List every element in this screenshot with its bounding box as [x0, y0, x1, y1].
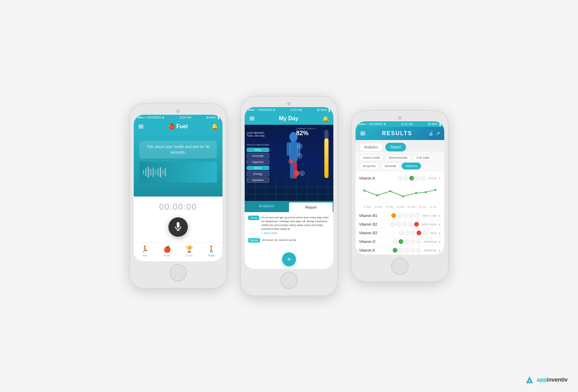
tag-vitamins[interactable]: Vitamins — [402, 163, 421, 169]
core-icon: 🏆 — [185, 245, 193, 253]
main-scene: ●●●○○ ROGERS ⊕ 9:23 AM ⊞ 66% ▐ 🍎 Fuel 🔔 … — [102, 82, 476, 310]
vitamin-d-name: Vitamin D — [359, 239, 375, 244]
date-5: 31 May — [408, 206, 416, 208]
nav-item-core[interactable]: 🏆 Core — [178, 245, 200, 257]
phone-3-home-button[interactable] — [391, 258, 409, 275]
phone-1-white-section: 00:00:00 — [134, 197, 222, 242]
date-4: 30 May — [396, 206, 404, 208]
mic-button[interactable] — [168, 217, 188, 237]
vdot-5 — [421, 176, 426, 181]
last-report-label: LAST REPORT: — [247, 132, 265, 134]
phone-1-bottom-nav: 🏃 Me 🍎 Fuel 🏆 Core 🚶 Train — [134, 242, 222, 261]
phone-1-header-title: 🍎 Fuel — [168, 123, 188, 130]
phone-1-notification-icon[interactable]: 🔔 — [211, 123, 218, 130]
indicator-sleep[interactable]: Sleep — [247, 148, 269, 152]
tag-amino-acids[interactable]: Amino Acids — [359, 154, 384, 161]
svg-point-20 — [364, 190, 366, 192]
stress-report-text: All Good. No need to worry! — [262, 238, 296, 243]
phone-1-battery: ⊞ 66% ▐ — [206, 116, 219, 119]
nav-item-me[interactable]: 🏃 Me — [134, 245, 156, 257]
vdot-b2b-1 — [399, 230, 404, 235]
svg-rect-4 — [289, 141, 298, 162]
vitamin-d-dots — [393, 239, 421, 244]
results-menu-icon[interactable] — [360, 131, 366, 136]
vitamin-b2b-dots — [399, 230, 427, 235]
phone-1-top-bezel — [134, 108, 222, 115]
date-1: 27 May — [363, 206, 371, 208]
svg-point-24 — [415, 192, 417, 194]
svg-point-25 — [425, 191, 427, 193]
stress-badge: Stress — [248, 238, 260, 243]
vitamin-b2a-name: Vitamin B2 — [359, 222, 377, 226]
nav-label-train: Train — [208, 254, 215, 257]
results-title: RESULTS — [382, 130, 412, 137]
nav-item-train[interactable]: 🚶 Train — [200, 245, 222, 257]
results-analytics-tab[interactable]: Analytics — [359, 143, 383, 151]
svg-rect-7 — [290, 162, 294, 179]
sleep-badge: Sleep — [248, 216, 259, 220]
vdot-k-3 — [404, 248, 409, 253]
tag-minerals[interactable]: Minerals — [381, 163, 400, 169]
vitality-bar-track — [324, 130, 329, 178]
indicator-stress[interactable]: Stress — [247, 166, 269, 170]
date-7: 02 Jun — [429, 206, 437, 208]
tag-enzymes[interactable]: Enzymes — [359, 163, 379, 169]
vdot-b2a-5 — [414, 222, 419, 227]
phone-1-app-header: 🍎 Fuel 🔔 — [134, 120, 222, 132]
vdot-d-3 — [404, 239, 409, 244]
brand-name-text: appappinventivinventiv — [537, 377, 568, 383]
vitamin-b2b-status: HIGH — [430, 232, 437, 235]
vitamin-b2a-status: VERY HIGH — [421, 223, 437, 226]
vitamin-d-status: AVERAGE — [423, 240, 437, 243]
tag-cell-salts[interactable]: Cell Salts — [413, 154, 434, 161]
indicator-digestion[interactable]: Digestion — [247, 159, 269, 165]
analytics-tab[interactable]: Analytics — [245, 201, 288, 212]
vdot-3 — [409, 176, 414, 181]
svg-text:+: + — [301, 172, 303, 175]
phone-1-menu-icon[interactable] — [138, 124, 144, 129]
read-more-link[interactable]: + Read More — [261, 232, 330, 235]
svg-rect-0 — [177, 222, 179, 228]
vitamin-b2a-row[interactable]: Vitamin B2 VERY HIGH ∨ — [356, 220, 444, 229]
phone-3-screen: ●●●○○ ROGERS ⊕ 9:23 AM ⊞ 66% ▐ RESULTS 🖨… — [356, 121, 444, 255]
vitamin-a-section: Vitamin A GOOD ∧ — [356, 172, 444, 211]
report-item-stress: Stress All Good. No need to worry! — [248, 238, 330, 243]
indicators-title: VITALITY INDICATORS — [247, 144, 269, 146]
vdot-k-4 — [410, 248, 415, 253]
share-icon[interactable]: ↗ — [436, 131, 440, 136]
vitamin-a-row[interactable]: Vitamin A GOOD ∧ — [359, 174, 441, 182]
vdot-b2b-2 — [405, 230, 410, 235]
vdot-d-5 — [416, 239, 421, 244]
vitamin-b2b-row[interactable]: Vitamin B2 HIGH ∨ — [356, 229, 444, 237]
body-scan: LAST REPORT: Tues. 2nd July CURRENT VITA… — [245, 125, 333, 201]
category-tags: Amino Acids Biochemicals Cell Salts Enzy… — [356, 151, 444, 172]
fab-add-button[interactable]: + — [282, 252, 296, 266]
phone-2: ●●●○○ ROGERS ⊕ 9:23 AM ⊞ 66% ▐ My Day 🔔 … — [240, 96, 338, 296]
phone-2-home-button[interactable] — [280, 272, 298, 289]
indicator-energy[interactable]: Energy — [247, 171, 269, 176]
report-tab[interactable]: Report — [289, 202, 333, 212]
nav-item-fuel[interactable]: 🍎 Fuel — [156, 245, 178, 257]
phone-1-home-button[interactable] — [169, 264, 187, 281]
results-report-tab[interactable]: Report — [385, 143, 406, 151]
phone-2-menu-icon[interactable] — [249, 116, 255, 121]
phone-2-carrier: ●●●○○ ROGERS ⊕ — [248, 108, 275, 112]
vdot-b1-3 — [403, 213, 408, 218]
phone-3-carrier: ●●●○○ ROGERS ⊕ — [359, 122, 386, 126]
vitamin-k-row[interactable]: Vitamin K AVERAGE ∨ — [356, 246, 444, 255]
vitamin-k-name: Vitamin K — [359, 248, 375, 252]
vdot-2 — [403, 176, 408, 181]
print-icon[interactable]: 🖨 — [428, 131, 433, 136]
indicator-immunity[interactable]: Immunity — [247, 153, 269, 158]
date-6: 01 Jun — [419, 206, 426, 208]
vitamin-b2b-chevron: ∨ — [438, 231, 441, 235]
phone-1-content: Talk about your health and diet for 30 s… — [134, 132, 222, 197]
phone-2-notification-icon[interactable]: 🔔 — [322, 115, 329, 122]
phone-2-screen: ●●●○○ ROGERS ⊕ 9:23 AM ⊞ 66% ▐ My Day 🔔 … — [245, 107, 333, 269]
vdot-1 — [397, 176, 402, 181]
vdot-d-1 — [393, 239, 397, 244]
vitamin-b1-row[interactable]: Vitamin B1 VERY LOW ∨ — [356, 211, 444, 220]
tag-biochemicals[interactable]: Biochemicals — [385, 154, 411, 161]
sleep-report-text: Go to bed and get up at the same time ev… — [261, 216, 330, 231]
vitamin-d-row[interactable]: Vitamin D AVERAGE ∨ — [356, 237, 444, 246]
